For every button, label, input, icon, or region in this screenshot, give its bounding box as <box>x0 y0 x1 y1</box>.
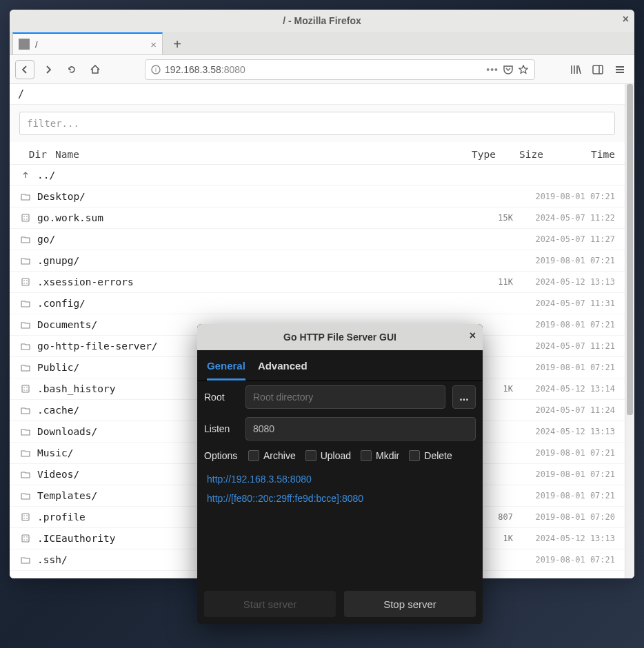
file-row[interactable]: ../ <box>10 165 625 186</box>
arrow-left-icon <box>19 64 30 75</box>
home-button[interactable] <box>85 60 105 79</box>
upload-checkbox[interactable] <box>305 450 316 461</box>
file-name: ../ <box>32 170 480 181</box>
col-name[interactable]: Name <box>47 149 472 160</box>
svg-point-16 <box>26 387 28 388</box>
new-tab-button[interactable]: + <box>167 34 188 54</box>
file-icon <box>19 512 32 522</box>
pocket-icon[interactable] <box>503 64 514 75</box>
file-time: 2019-08-01 07:21 <box>513 320 615 330</box>
svg-point-13 <box>26 283 28 284</box>
svg-text:i: i <box>155 66 157 73</box>
file-server-dialog: Go HTTP File Server GUI × General Advanc… <box>197 324 483 624</box>
tab-close-icon[interactable]: × <box>150 39 157 50</box>
folder-icon <box>19 298 32 308</box>
svg-point-17 <box>23 389 25 391</box>
file-size: 11K <box>480 277 513 287</box>
folder-icon <box>19 427 32 436</box>
folder-icon <box>19 491 32 500</box>
arrow-right-icon <box>43 64 54 75</box>
tab-advanced[interactable]: Advanced <box>258 357 308 381</box>
menu-button[interactable] <box>611 61 629 79</box>
file-size: 807 <box>480 512 513 522</box>
file-time: 2024-05-07 11:22 <box>513 213 615 223</box>
file-row[interactable]: .xsession-errors11K2024-05-12 13:13 <box>10 272 625 293</box>
svg-point-8 <box>26 219 28 220</box>
folder-icon <box>19 469 32 479</box>
reload-button[interactable] <box>62 60 81 79</box>
folder-icon <box>19 234 32 244</box>
url-bar[interactable]: i 192.168.3.58:8080 ••• <box>145 59 535 80</box>
forward-button[interactable] <box>39 60 58 79</box>
breadcrumb[interactable]: / <box>10 84 625 105</box>
file-time: 2019-08-01 07:20 <box>513 512 615 522</box>
svg-point-25 <box>23 536 25 538</box>
tab-title: / <box>35 39 38 50</box>
svg-point-15 <box>23 387 25 388</box>
col-type[interactable]: Type <box>472 149 507 160</box>
listen-input[interactable] <box>245 417 476 441</box>
svg-point-12 <box>23 283 25 284</box>
svg-rect-24 <box>22 535 29 542</box>
file-icon <box>19 534 32 543</box>
file-time: 2024-05-12 13:13 <box>513 277 615 287</box>
svg-rect-4 <box>22 214 29 221</box>
tab-general[interactable]: General <box>207 357 245 381</box>
library-button[interactable] <box>567 61 585 79</box>
folder-icon <box>19 256 32 265</box>
dialog-close-icon[interactable]: × <box>470 330 476 342</box>
file-name: go/ <box>32 234 480 245</box>
mkdir-checkbox[interactable] <box>361 450 372 461</box>
list-header: Dir Name Type Size Time <box>10 142 625 165</box>
file-time: 2024-05-12 13:14 <box>513 384 615 394</box>
vertical-scrollbar[interactable] <box>625 84 634 578</box>
file-icon <box>19 384 32 394</box>
server-link-ipv6[interactable]: http://[fe80::20c:29ff:fe9d:bcce]:8080 <box>197 489 483 508</box>
browser-tab[interactable]: / × <box>12 32 163 54</box>
svg-point-23 <box>26 518 28 519</box>
file-row[interactable]: Desktop/2019-08-01 07:21 <box>10 186 625 207</box>
back-button[interactable] <box>15 60 34 79</box>
svg-rect-2 <box>593 65 603 74</box>
svg-rect-9 <box>22 279 29 285</box>
root-input[interactable] <box>245 385 445 409</box>
sidebar-button[interactable] <box>589 61 607 79</box>
svg-point-5 <box>23 216 25 217</box>
col-time[interactable]: Time <box>543 149 615 160</box>
folder-icon <box>19 341 32 351</box>
file-row[interactable]: .gnupg/2019-08-01 07:21 <box>10 250 625 272</box>
home-icon <box>90 64 101 75</box>
svg-rect-14 <box>22 385 29 392</box>
file-row[interactable]: go/2024-05-07 11:27 <box>10 229 625 250</box>
folder-icon <box>19 448 32 458</box>
col-size[interactable]: Size <box>507 149 543 160</box>
browse-button[interactable]: ... <box>452 385 476 409</box>
svg-point-28 <box>26 539 28 540</box>
filter-input[interactable] <box>19 112 615 135</box>
server-link-ipv4[interactable]: http://192.168.3.58:8080 <box>197 469 483 489</box>
archive-checkbox[interactable] <box>248 450 259 461</box>
svg-point-26 <box>26 536 28 538</box>
file-time: 2019-08-01 07:21 <box>513 555 615 565</box>
file-row[interactable]: go.work.sum15K2024-05-07 11:22 <box>10 207 625 229</box>
page-actions-icon[interactable]: ••• <box>486 64 499 75</box>
file-row[interactable]: .config/2024-05-07 11:31 <box>10 293 625 314</box>
hamburger-icon <box>614 63 626 76</box>
library-icon <box>570 63 582 76</box>
file-icon <box>19 277 32 287</box>
svg-point-22 <box>23 518 25 519</box>
stop-server-button[interactable]: Stop server <box>344 591 476 617</box>
dialog-title: Go HTTP File Server GUI <box>283 332 396 343</box>
delete-checkbox[interactable] <box>409 450 420 461</box>
close-icon[interactable]: × <box>623 13 629 26</box>
svg-rect-19 <box>22 514 29 520</box>
col-dir[interactable]: Dir <box>19 149 47 160</box>
star-icon[interactable] <box>518 64 529 75</box>
scrollbar-thumb[interactable] <box>627 84 633 415</box>
file-time: 2019-08-01 07:21 <box>513 256 615 265</box>
file-name: .gnupg/ <box>32 255 480 266</box>
svg-point-27 <box>23 539 25 540</box>
file-time: 2024-05-07 11:31 <box>513 298 615 308</box>
svg-point-6 <box>26 216 28 217</box>
options-label: Options <box>204 450 239 461</box>
